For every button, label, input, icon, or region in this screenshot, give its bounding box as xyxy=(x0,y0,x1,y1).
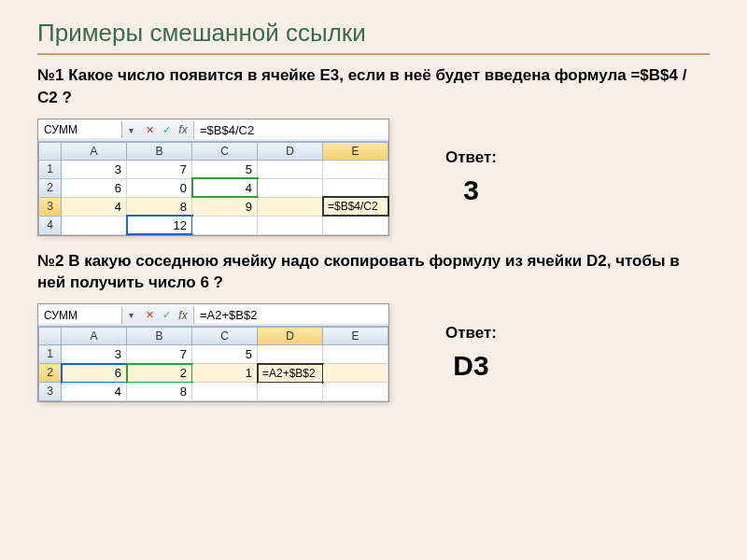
cell[interactable] xyxy=(258,178,323,197)
cell[interactable]: 3 xyxy=(62,160,127,178)
cell[interactable]: 5 xyxy=(192,160,258,178)
cell[interactable]: 4 xyxy=(62,197,127,216)
col-header-A[interactable]: A xyxy=(62,328,127,345)
excel-screenshot-1: СУММ ▾ ✕ ✓ fx =$B$4/C2 A B C D E xyxy=(37,119,389,236)
answer-value: 3 xyxy=(463,175,479,206)
row-header-4[interactable]: 4 xyxy=(39,216,62,234)
cell[interactable] xyxy=(192,216,258,234)
col-header-C[interactable]: C xyxy=(192,142,258,160)
cell[interactable] xyxy=(258,160,323,178)
cell[interactable]: 3 xyxy=(62,345,127,364)
cell-active[interactable]: =$B$4/C2 xyxy=(323,197,388,216)
cell[interactable]: 7 xyxy=(127,160,192,178)
cell[interactable]: 8 xyxy=(127,383,192,401)
cell[interactable]: 0 xyxy=(127,178,192,197)
cell[interactable]: 7 xyxy=(127,345,192,364)
answer-label: Ответ: xyxy=(445,148,497,167)
answer-label: Ответ: xyxy=(445,324,497,343)
select-all-corner[interactable] xyxy=(39,328,62,345)
formula-input[interactable]: =A2+$B$2 xyxy=(193,306,388,324)
cell[interactable]: 9 xyxy=(192,197,258,216)
fx-icon[interactable]: fx xyxy=(176,309,190,322)
cell[interactable] xyxy=(323,160,388,178)
cancel-icon[interactable]: ✕ xyxy=(143,309,156,322)
row-header-3[interactable]: 3 xyxy=(39,383,62,401)
col-header-E[interactable]: E xyxy=(323,142,388,160)
cell[interactable] xyxy=(258,383,323,401)
select-all-corner[interactable] xyxy=(39,142,62,160)
answer-block-1: Ответ: 3 xyxy=(445,148,497,206)
name-box-dropdown-icon[interactable]: ▾ xyxy=(122,310,139,320)
col-header-D[interactable]: D xyxy=(258,142,323,160)
name-box[interactable]: СУММ xyxy=(38,307,122,324)
cell[interactable]: 4 xyxy=(192,178,258,197)
cell[interactable] xyxy=(192,383,258,401)
formula-bar: СУММ ▾ ✕ ✓ fx =$B$4/C2 xyxy=(38,119,388,142)
name-box-dropdown-icon[interactable]: ▾ xyxy=(122,125,139,135)
spreadsheet-grid: A B C D E 1 3 7 5 2 6 0 xyxy=(38,142,388,235)
cell[interactable]: 6 xyxy=(62,364,127,383)
cell[interactable] xyxy=(258,197,323,216)
cell[interactable] xyxy=(323,345,388,364)
col-header-B[interactable]: B xyxy=(127,142,192,160)
excel-screenshot-2: СУММ ▾ ✕ ✓ fx =A2+$B$2 A B C D E xyxy=(37,303,389,402)
cell[interactable] xyxy=(258,216,323,234)
cell[interactable]: 1 xyxy=(192,364,258,383)
cell[interactable]: 8 xyxy=(127,197,192,216)
cell[interactable] xyxy=(323,178,388,197)
cell[interactable]: 6 xyxy=(62,178,127,197)
col-header-B[interactable]: B xyxy=(127,328,192,345)
cell[interactable] xyxy=(62,216,127,234)
col-header-E[interactable]: E xyxy=(323,328,388,345)
col-header-C[interactable]: C xyxy=(192,328,258,345)
fx-icon[interactable]: fx xyxy=(176,123,190,136)
question-1: №1 Какое число появится в ячейке E3, есл… xyxy=(37,64,710,109)
answer-block-2: Ответ: D3 xyxy=(445,324,497,382)
answer-value: D3 xyxy=(453,350,488,382)
spreadsheet-grid: A B C D E 1 3 7 5 2 6 2 xyxy=(38,327,388,401)
confirm-icon[interactable]: ✓ xyxy=(160,309,173,322)
cell[interactable]: 5 xyxy=(192,345,258,364)
cell[interactable] xyxy=(258,345,323,364)
col-header-A[interactable]: A xyxy=(62,142,127,160)
slide-title: Примеры смешанной ссылки xyxy=(37,19,710,55)
row-header-1[interactable]: 1 xyxy=(39,345,62,364)
cell[interactable] xyxy=(323,383,388,401)
formula-bar: СУММ ▾ ✕ ✓ fx =A2+$B$2 xyxy=(38,304,388,327)
cell[interactable]: 4 xyxy=(62,383,127,401)
cell[interactable]: 12 xyxy=(127,216,192,234)
row-header-2[interactable]: 2 xyxy=(39,178,62,197)
row-header-2[interactable]: 2 xyxy=(39,364,62,383)
name-box[interactable]: СУММ xyxy=(38,121,122,138)
row-header-3[interactable]: 3 xyxy=(39,197,62,216)
confirm-icon[interactable]: ✓ xyxy=(160,123,173,136)
row-header-1[interactable]: 1 xyxy=(39,160,62,178)
question-2: №2 В какую соседнюю ячейку надо скопиров… xyxy=(37,250,710,295)
cell[interactable]: 2 xyxy=(127,364,192,383)
col-header-D[interactable]: D xyxy=(258,328,323,345)
cancel-icon[interactable]: ✕ xyxy=(143,123,156,136)
cell-active[interactable]: =A2+$B$2 xyxy=(258,364,323,383)
cell[interactable] xyxy=(323,216,388,234)
formula-input[interactable]: =$B$4/C2 xyxy=(193,121,388,139)
cell[interactable] xyxy=(323,364,388,383)
